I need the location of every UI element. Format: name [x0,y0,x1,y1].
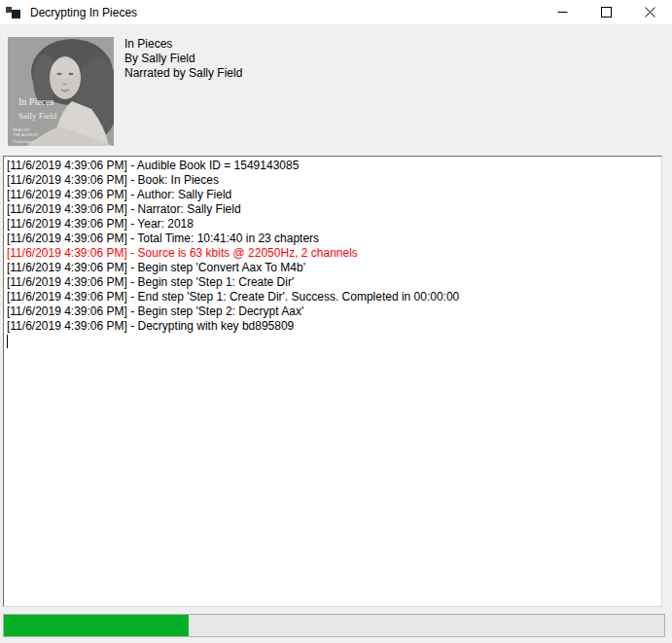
log-line: [11/6/2019 4:39:06 PM] - Total Time: 10:… [7,232,657,246]
close-icon [645,7,655,18]
maximize-icon [601,7,612,18]
window-title: Decrypting In Pieces [30,6,137,19]
minimize-button[interactable] [541,0,584,24]
window-controls [541,0,672,24]
maximize-button[interactable] [584,0,628,24]
app-window: Decrypting In Pieces [0,0,672,643]
cover-art: In Pieces Sally Field READ BY THE AUTHOR… [8,37,114,146]
minimize-icon [557,7,568,18]
app-icon [6,5,21,20]
log-line: [11/6/2019 4:39:06 PM] - Year: 2018 [7,217,657,232]
log-textbox[interactable]: [11/6/2019 4:39:06 PM] - Audible Book ID… [3,156,662,607]
log-line: [11/6/2019 4:39:06 PM] - Source is 63 kb… [7,246,657,261]
log-line: [11/6/2019 4:39:06 PM] - Begin step 'Ste… [7,304,657,319]
log-line: [11/6/2019 4:39:06 PM] - Narrator: Sally… [7,202,657,217]
book-author-label: By Sally Field [124,52,242,66]
close-button[interactable] [628,0,672,24]
log-line: [11/6/2019 4:39:06 PM] - Audible Book ID… [7,159,657,173]
log-line: [11/6/2019 4:39:06 PM] - Begin step 'Con… [7,261,657,275]
text-caret [7,335,8,348]
cover-author-text: Sally Field [18,111,57,121]
log-line: [11/6/2019 4:39:06 PM] - Book: In Pieces [7,173,657,188]
app-icon-square-large [12,10,20,18]
book-narrator-label: Narrated by Sally Field [124,66,242,81]
progress-fill [4,615,189,636]
cover-title-text: In Pieces [18,96,53,107]
cover-unabridged-text: Unabridged [13,139,34,144]
cover-theauthor-text: THE AUTHOR [13,132,38,137]
log-line: [11/6/2019 4:39:06 PM] - End step 'Step … [7,290,657,304]
book-title-label: In Pieces [124,37,242,52]
log-line: [11/6/2019 4:39:06 PM] - Decrypting with… [7,319,657,334]
book-info: In Pieces By Sally Field Narrated by Sal… [124,37,242,81]
log-line: [11/6/2019 4:39:06 PM] - Begin step 'Ste… [7,275,657,290]
title-bar[interactable]: Decrypting In Pieces [0,0,672,24]
log-line: [11/6/2019 4:39:06 PM] - Author: Sally F… [7,188,657,202]
book-cover-image: In Pieces Sally Field READ BY THE AUTHOR… [8,37,114,146]
progress-bar [3,614,665,637]
